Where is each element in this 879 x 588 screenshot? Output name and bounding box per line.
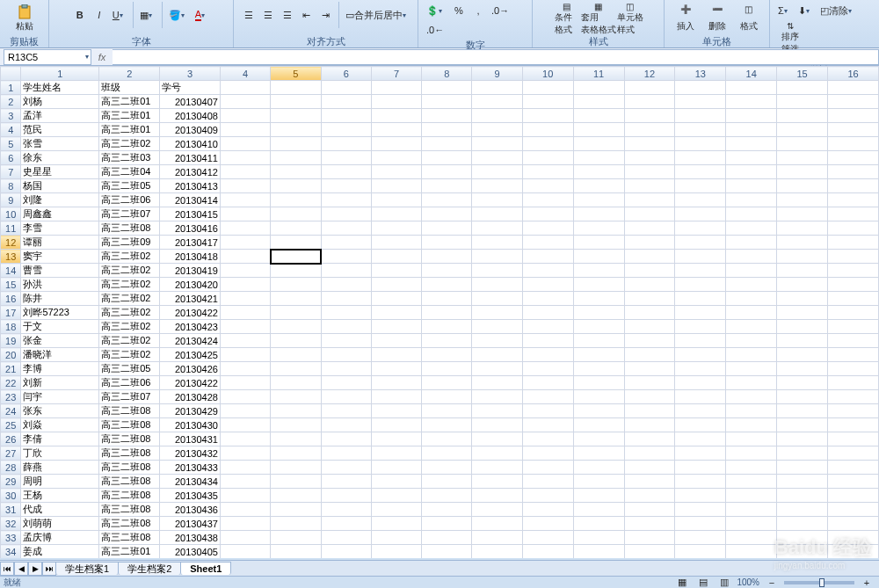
- cell[interactable]: [321, 531, 371, 545]
- cell[interactable]: [220, 151, 270, 165]
- cell[interactable]: [522, 446, 573, 461]
- cell[interactable]: [422, 418, 472, 432]
- cell[interactable]: [675, 362, 726, 376]
- cell[interactable]: [321, 376, 371, 390]
- cell[interactable]: [220, 517, 270, 531]
- cell[interactable]: 刘隆: [21, 193, 99, 207]
- cell[interactable]: [472, 221, 522, 236]
- cell[interactable]: [220, 348, 270, 362]
- cell[interactable]: [422, 446, 472, 461]
- cell[interactable]: [522, 432, 573, 446]
- cell[interactable]: [371, 503, 421, 517]
- cell[interactable]: [220, 418, 270, 432]
- italic-button[interactable]: I: [91, 6, 108, 24]
- cell[interactable]: [220, 193, 270, 207]
- cell[interactable]: [522, 461, 573, 475]
- cell[interactable]: [371, 390, 421, 404]
- cell[interactable]: [777, 475, 828, 489]
- cell[interactable]: [624, 404, 675, 418]
- cell[interactable]: [472, 137, 522, 151]
- cell[interactable]: [726, 320, 777, 334]
- cell[interactable]: [321, 123, 371, 137]
- cell[interactable]: [675, 461, 726, 475]
- cell[interactable]: [422, 306, 472, 320]
- cell[interactable]: [522, 95, 573, 109]
- cell[interactable]: [573, 334, 624, 348]
- cell[interactable]: 20130412: [160, 165, 221, 179]
- column-header[interactable]: 2: [99, 67, 160, 81]
- cell[interactable]: [624, 207, 675, 221]
- cell[interactable]: [828, 461, 879, 475]
- cell[interactable]: [726, 151, 777, 165]
- cell[interactable]: 班级: [99, 81, 160, 95]
- row-header[interactable]: 3: [1, 109, 21, 123]
- row-header[interactable]: 26: [1, 432, 21, 446]
- cell[interactable]: [828, 418, 879, 432]
- cell[interactable]: [422, 461, 472, 475]
- cell[interactable]: [371, 517, 421, 531]
- cell[interactable]: [624, 221, 675, 236]
- cell[interactable]: [522, 221, 573, 236]
- cell[interactable]: [573, 348, 624, 362]
- cell-styles-button[interactable]: ◫单元格 样式: [615, 2, 645, 35]
- cell[interactable]: [472, 81, 522, 95]
- cell[interactable]: [321, 250, 371, 264]
- cell[interactable]: [271, 418, 321, 432]
- cell[interactable]: [472, 475, 522, 489]
- zoom-slider[interactable]: [784, 581, 854, 584]
- cell[interactable]: [726, 95, 777, 109]
- column-header[interactable]: 8: [422, 67, 472, 81]
- cell[interactable]: [726, 517, 777, 531]
- row-header[interactable]: 11: [1, 221, 21, 236]
- cell[interactable]: [371, 81, 421, 95]
- select-all-corner[interactable]: [1, 67, 21, 81]
- cell[interactable]: [726, 545, 777, 559]
- row-header[interactable]: 19: [1, 334, 21, 348]
- cell[interactable]: [726, 264, 777, 278]
- row-header[interactable]: 12: [1, 236, 21, 250]
- cell[interactable]: [675, 137, 726, 151]
- cell[interactable]: [624, 320, 675, 334]
- cell[interactable]: [573, 264, 624, 278]
- cell[interactable]: [422, 264, 472, 278]
- cell[interactable]: 刘杨: [21, 95, 99, 109]
- cell[interactable]: [220, 306, 270, 320]
- cell[interactable]: [522, 292, 573, 306]
- cell[interactable]: [828, 292, 879, 306]
- cell[interactable]: [220, 376, 270, 390]
- cell[interactable]: [321, 207, 371, 221]
- cell[interactable]: [777, 348, 828, 362]
- cell[interactable]: [522, 348, 573, 362]
- cell[interactable]: 20130435: [160, 489, 221, 503]
- cell[interactable]: [573, 137, 624, 151]
- cell[interactable]: [573, 475, 624, 489]
- cell[interactable]: [777, 81, 828, 95]
- cell[interactable]: [271, 446, 321, 461]
- row-header[interactable]: 21: [1, 362, 21, 376]
- cell[interactable]: [271, 517, 321, 531]
- column-header[interactable]: 12: [624, 67, 675, 81]
- row-header[interactable]: 27: [1, 446, 21, 461]
- cell[interactable]: 高三二班03: [99, 151, 160, 165]
- cell[interactable]: [726, 418, 777, 432]
- cell[interactable]: [624, 418, 675, 432]
- cell[interactable]: [777, 418, 828, 432]
- cell[interactable]: 高三二班02: [99, 348, 160, 362]
- cell[interactable]: [828, 348, 879, 362]
- cell[interactable]: [675, 221, 726, 236]
- cell[interactable]: [371, 193, 421, 207]
- decrease-decimal-button[interactable]: .0←: [424, 21, 447, 39]
- cell[interactable]: 20130426: [160, 362, 221, 376]
- cell[interactable]: [828, 221, 879, 236]
- cell[interactable]: 20130415: [160, 207, 221, 221]
- cell[interactable]: [573, 545, 624, 559]
- cell[interactable]: 刘萌萌: [21, 517, 99, 531]
- cell[interactable]: [573, 306, 624, 320]
- cell[interactable]: [777, 207, 828, 221]
- cell[interactable]: [726, 489, 777, 503]
- row-header[interactable]: 34: [1, 545, 21, 559]
- cell[interactable]: [777, 236, 828, 250]
- cell[interactable]: [675, 292, 726, 306]
- cell[interactable]: [321, 334, 371, 348]
- chevron-down-icon[interactable]: ▾: [85, 53, 91, 61]
